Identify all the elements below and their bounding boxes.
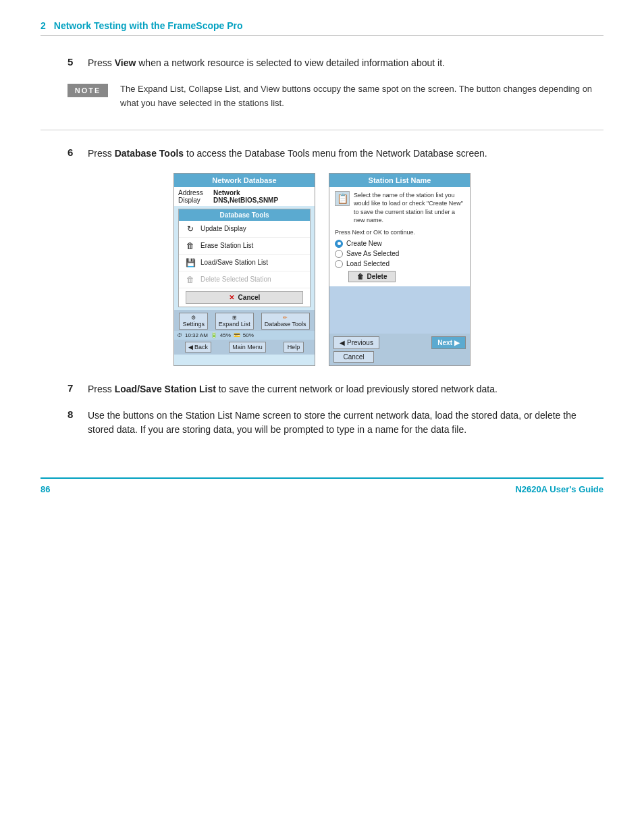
next-label: Next [437, 339, 452, 346]
delete-button[interactable]: 🗑 Delete [348, 271, 396, 282]
step-8-text: Use the buttons on the Station List Name… [88, 409, 603, 437]
cancel-label: Cancel [238, 294, 261, 301]
nd-bottom-bar: ⚙ Settings ⊞ Expand List ✏ Database Tool… [174, 310, 315, 331]
nd-row-address: Address Network [178, 189, 311, 197]
network-database-screen: Network Database Address Network Display… [173, 173, 315, 366]
radio-create-label: Create New [346, 240, 382, 247]
help-button[interactable]: Help [284, 342, 304, 353]
erase-label: Erase Station List [200, 242, 253, 249]
radio-save-as[interactable]: Save As Selected [335, 250, 464, 258]
radio-save-label: Save As Selected [346, 250, 399, 257]
status-time: 10:32 AM [185, 332, 208, 338]
chapter-title: Network Testing with the FrameScope Pro [54, 20, 243, 31]
step-6: 6 Press Database Tools to access the Dat… [68, 147, 603, 161]
delete-station-icon: 🗑 [184, 273, 196, 286]
page-footer: 86 N2620A User's Guide [41, 477, 603, 494]
cancel-button[interactable]: ✕ Cancel [186, 291, 303, 304]
delete-station-label: Delete Selected Station [200, 276, 271, 283]
update-label: Update Display [200, 225, 246, 232]
radio-save-dot [335, 250, 343, 258]
mem-level: 50% [243, 332, 254, 338]
status-icon: ⏱ [177, 332, 182, 338]
back-icon: ◀ [188, 344, 193, 350]
main-menu-button[interactable]: Main Menu [229, 342, 266, 353]
note-badge: NOTE [68, 84, 108, 97]
db-tools-update[interactable]: ↻ Update Display [179, 221, 310, 238]
settings-button[interactable]: ⚙ Settings [179, 313, 208, 330]
radio-load-label: Load Selected [346, 260, 390, 267]
previous-button[interactable]: ◀ Previous [333, 336, 379, 349]
nd-status-bar: ⏱ 10:32 AM 🔋 45% 💳 50% [174, 331, 315, 340]
radio-load-selected[interactable]: Load Selected [335, 260, 464, 268]
step-7-content: Press Load/Save Station List to save the… [88, 382, 603, 396]
step-5-text: Press View when a network resource is se… [88, 56, 603, 70]
footer-guide-name: N2620A User's Guide [515, 484, 603, 494]
db-tools-loadsave[interactable]: 💾 Load/Save Station List [179, 255, 310, 271]
note-text: The Expand List, Collapse List, and View… [120, 82, 603, 111]
back-label: Back [194, 344, 208, 350]
cancel-x-icon: ✕ [229, 294, 234, 301]
step-8: 8 Use the buttons on the Station List Na… [68, 409, 603, 437]
nd-nav-bar: ◀ Back Main Menu Help [174, 340, 315, 355]
note-container: NOTE The Expand List, Collapse List, and… [68, 82, 603, 111]
nd-address-label: Address [178, 189, 208, 197]
nd-row-display: Display DNS,NetBIOS,SNMP [178, 197, 311, 204]
press-next-text: Press Next or OK to continue. [335, 229, 464, 236]
screenshots-row: Network Database Address Network Display… [41, 173, 603, 366]
loadsave-icon: 💾 [184, 257, 196, 269]
nd-address-val: Network [213, 189, 240, 197]
step-7-number: 7 [68, 382, 88, 394]
station-list-name-screen: Station List Name 📋 Select the name of t… [329, 173, 471, 366]
db-tools-button[interactable]: ✏ Database Tools [261, 313, 310, 330]
back-button[interactable]: ◀ Back [185, 342, 211, 353]
mem-icon: 💳 [234, 332, 240, 338]
section-divider [41, 130, 603, 130]
next-icon: ▶ [454, 339, 460, 346]
next-button[interactable]: Next ▶ [431, 336, 466, 349]
step-6-content: Press Database Tools to access the Datab… [88, 147, 603, 161]
sln-blue-area [329, 286, 470, 334]
step-6-text: Press Database Tools to access the Datab… [88, 147, 603, 161]
radio-load-dot [335, 260, 343, 268]
db-tools-popup: Database Tools ↻ Update Display 🗑 Erase … [178, 209, 311, 307]
sln-desc-text: Select the name of the station list you … [354, 191, 464, 225]
step-6-number: 6 [68, 147, 88, 158]
db-tools-erase[interactable]: 🗑 Erase Station List [179, 238, 310, 255]
step-8-number: 8 [68, 409, 88, 420]
sln-cancel-label: Cancel [343, 353, 364, 361]
expand-label: Expand List [219, 321, 250, 328]
erase-icon: 🗑 [184, 240, 196, 252]
battery-level: 45% [220, 332, 231, 338]
db-tools-popup-title: Database Tools [179, 209, 310, 221]
radio-create-new[interactable]: Create New [335, 240, 464, 248]
loadsave-label: Load/Save Station List [200, 259, 268, 266]
chapter-header: 2 Network Testing with the FrameScope Pr… [41, 20, 603, 36]
expand-list-button[interactable]: ⊞ Expand List [215, 313, 254, 330]
previous-label: Previous [347, 339, 373, 346]
delete-icon: 🗑 [357, 273, 364, 280]
nd-display-label: Display [178, 197, 208, 204]
step-5: 5 Press View when a network resource is … [68, 56, 603, 70]
battery-icon: 🔋 [211, 332, 217, 338]
sln-title-bar: Station List Name [329, 174, 470, 187]
sln-list-icon: 📋 [335, 191, 350, 206]
db-tools-delete: 🗑 Delete Selected Station [179, 271, 310, 288]
delete-label: Delete [367, 273, 387, 280]
radio-create-dot [335, 240, 343, 248]
db-tools-label: Database Tools [265, 321, 306, 328]
settings-label: Settings [182, 321, 205, 328]
previous-icon: ◀ [340, 339, 345, 346]
sln-cancel-button[interactable]: Cancel [333, 351, 374, 363]
nd-title-bar: Network Database [174, 174, 315, 187]
step-5-number: 5 [68, 56, 88, 68]
sln-body: 📋 Select the name of the station list yo… [329, 187, 470, 286]
main-menu-label: Main Menu [232, 344, 263, 350]
step-5-content: Press View when a network resource is se… [88, 56, 603, 70]
nd-display-val: DNS,NetBIOS,SNMP [213, 197, 278, 204]
help-label: Help [288, 344, 300, 350]
chapter-number: 2 [41, 20, 46, 31]
step-8-content: Use the buttons on the Station List Name… [88, 409, 603, 437]
step-7: 7 Press Load/Save Station List to save t… [68, 382, 603, 396]
sln-nav-row: ◀ Previous Next ▶ [333, 336, 466, 349]
nd-table: Address Network Display DNS,NetBIOS,SNMP [174, 187, 315, 206]
